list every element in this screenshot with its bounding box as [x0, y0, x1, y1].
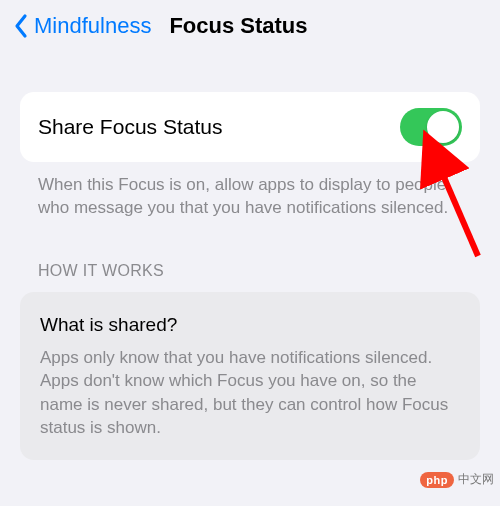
share-focus-status-toggle[interactable] — [400, 108, 462, 146]
content: Share Focus Status When this Focus is on… — [0, 54, 500, 460]
what-is-shared-body: Apps only know that you have notificatio… — [40, 346, 460, 440]
share-focus-status-label: Share Focus Status — [38, 115, 222, 139]
page-title: Focus Status — [169, 13, 307, 39]
how-it-works-header: HOW IT WORKS — [20, 220, 480, 292]
toggle-knob — [427, 111, 459, 143]
navbar: Mindfulness Focus Status — [0, 0, 500, 54]
back-chevron-icon[interactable] — [12, 12, 30, 40]
watermark: php 中文网 — [420, 471, 494, 488]
what-is-shared-card: What is shared? Apps only know that you … — [20, 292, 480, 460]
what-is-shared-title: What is shared? — [40, 314, 460, 336]
watermark-text: 中文网 — [458, 471, 494, 488]
share-focus-status-row: Share Focus Status — [20, 92, 480, 162]
back-button[interactable]: Mindfulness — [34, 13, 151, 39]
watermark-pill: php — [420, 472, 454, 488]
share-focus-status-description: When this Focus is on, allow apps to dis… — [20, 162, 480, 220]
